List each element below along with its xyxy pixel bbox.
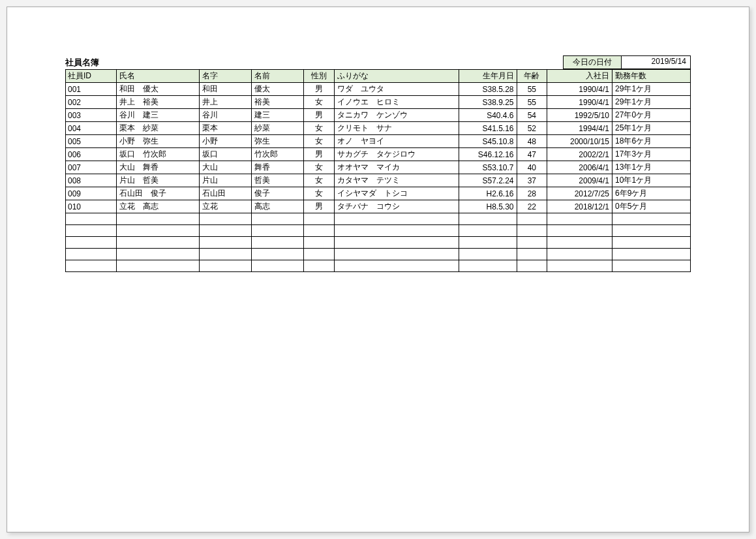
cell-hire: 2006/4/1	[547, 161, 612, 174]
cell-firstname: 舞香	[252, 161, 304, 174]
cell-name: 谷川 建三	[116, 109, 200, 122]
table-row: 001和田 優太和田優太男ワダ ユウタS38.5.28551990/4/129年…	[66, 83, 691, 96]
cell-id: 001	[66, 83, 117, 96]
cell-empty	[304, 260, 335, 272]
cell-birth: S46.12.16	[459, 148, 517, 161]
cell-empty	[612, 237, 691, 249]
cell-age: 52	[517, 122, 547, 135]
cell-empty	[612, 225, 691, 237]
cell-id: 010	[66, 200, 117, 213]
cell-empty	[66, 225, 117, 237]
cell-name: 坂口 竹次郎	[116, 148, 200, 161]
cell-empty	[334, 225, 459, 237]
table-row-empty	[66, 260, 691, 272]
cell-gender: 女	[304, 96, 335, 109]
cell-empty	[612, 260, 691, 272]
cell-empty	[252, 213, 304, 225]
table-row-empty	[66, 213, 691, 225]
table-row-empty	[66, 237, 691, 249]
cell-gender: 男	[304, 200, 335, 213]
cell-empty	[517, 213, 547, 225]
cell-birth: S45.10.8	[459, 135, 517, 148]
cell-empty	[66, 249, 117, 260]
cell-hire: 1990/4/1	[547, 96, 612, 109]
cell-name: 和田 優太	[116, 83, 200, 96]
cell-name: 片山 哲美	[116, 174, 200, 187]
cell-name: 立花 高志	[116, 200, 200, 213]
cell-tenure: 6年9ケ月	[612, 187, 691, 200]
cell-gender: 女	[304, 174, 335, 187]
cell-kana: ワダ ユウタ	[334, 83, 459, 96]
cell-name: 井上 裕美	[116, 96, 200, 109]
cell-hire: 2002/2/1	[547, 148, 612, 161]
cell-gender: 男	[304, 148, 335, 161]
cell-gender: 女	[304, 161, 335, 174]
cell-age: 37	[517, 174, 547, 187]
cell-empty	[304, 213, 335, 225]
header-tenure: 勤務年数	[612, 70, 691, 83]
header-kana: ふりがな	[334, 70, 459, 83]
cell-surname: 栗本	[200, 122, 252, 135]
cell-id: 006	[66, 148, 117, 161]
cell-tenure: 27年0ケ月	[612, 109, 691, 122]
cell-birth: H2.6.16	[459, 187, 517, 200]
cell-id: 005	[66, 135, 117, 148]
cell-hire: 2018/12/1	[547, 200, 612, 213]
cell-firstname: 建三	[252, 109, 304, 122]
header-surname: 名字	[200, 70, 252, 83]
cell-empty	[334, 249, 459, 260]
cell-surname: 大山	[200, 161, 252, 174]
cell-empty	[116, 225, 200, 237]
cell-kana: イシヤマダ トシコ	[334, 187, 459, 200]
cell-empty	[612, 213, 691, 225]
cell-tenure: 10年1ケ月	[612, 174, 691, 187]
cell-kana: カタヤマ テツミ	[334, 174, 459, 187]
cell-empty	[517, 260, 547, 272]
header-hire: 入社日	[547, 70, 612, 83]
cell-tenure: 25年1ケ月	[612, 122, 691, 135]
cell-surname: 石山田	[200, 187, 252, 200]
cell-surname: 片山	[200, 174, 252, 187]
cell-name: 石山田 俊子	[116, 187, 200, 200]
cell-firstname: 優太	[252, 83, 304, 96]
cell-id: 003	[66, 109, 117, 122]
cell-empty	[334, 260, 459, 272]
date-value: 2019/5/14	[622, 55, 691, 69]
header-firstname: 名前	[252, 70, 304, 83]
table-row: 009石山田 俊子石山田俊子女イシヤマダ トシコH2.6.16282012/7/…	[66, 187, 691, 200]
employee-table: 社員ID 氏名 名字 名前 性別 ふりがな 生年月日 年齢 入社日 勤務年数 0…	[65, 69, 691, 272]
cell-surname: 坂口	[200, 148, 252, 161]
cell-firstname: 俊子	[252, 187, 304, 200]
header-row: 社員名簿 今日の日付 2019/5/14	[65, 55, 691, 69]
cell-empty	[459, 237, 517, 249]
cell-id: 004	[66, 122, 117, 135]
cell-empty	[517, 225, 547, 237]
cell-kana: イノウエ ヒロミ	[334, 96, 459, 109]
cell-birth: H8.5.30	[459, 200, 517, 213]
cell-name: 栗本 紗菜	[116, 122, 200, 135]
cell-kana: タチバナ コウシ	[334, 200, 459, 213]
cell-age: 55	[517, 96, 547, 109]
cell-empty	[116, 249, 200, 260]
cell-tenure: 18年6ケ月	[612, 135, 691, 148]
cell-kana: サカグチ タケジロウ	[334, 148, 459, 161]
cell-empty	[252, 225, 304, 237]
cell-birth: S41.5.16	[459, 122, 517, 135]
cell-empty	[66, 213, 117, 225]
cell-hire: 2009/4/1	[547, 174, 612, 187]
cell-empty	[459, 260, 517, 272]
cell-tenure: 0年5ケ月	[612, 200, 691, 213]
cell-id: 007	[66, 161, 117, 174]
cell-firstname: 高志	[252, 200, 304, 213]
table-row: 006坂口 竹次郎坂口竹次郎男サカグチ タケジロウS46.12.16472002…	[66, 148, 691, 161]
cell-empty	[517, 237, 547, 249]
cell-age: 28	[517, 187, 547, 200]
cell-empty	[334, 213, 459, 225]
cell-empty	[66, 260, 117, 272]
cell-surname: 立花	[200, 200, 252, 213]
cell-firstname: 紗菜	[252, 122, 304, 135]
cell-firstname: 弥生	[252, 135, 304, 148]
cell-empty	[116, 260, 200, 272]
cell-empty	[547, 213, 612, 225]
cell-hire: 2000/10/15	[547, 135, 612, 148]
